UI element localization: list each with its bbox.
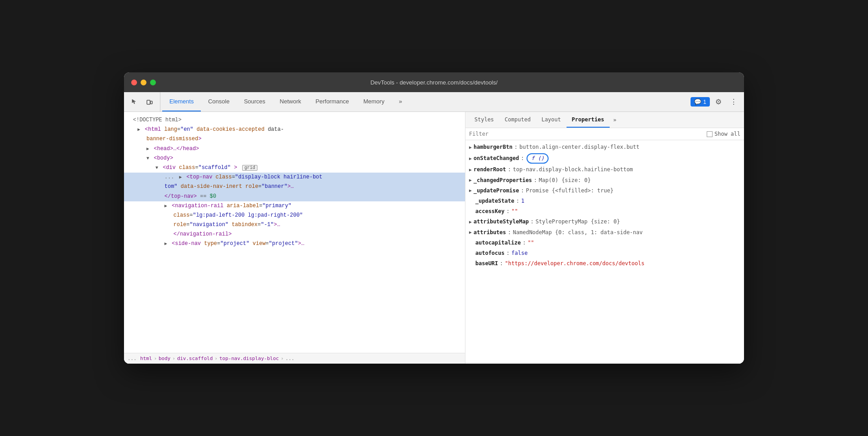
expand-scaffold-icon[interactable]: ▼	[155, 165, 158, 170]
toolbar-icons	[128, 92, 160, 111]
elements-panel: <!DOCTYPE html> ▶ <html lang="en" data-c…	[124, 112, 465, 364]
breadcrumb-scaffold[interactable]: div.scaffold	[177, 356, 213, 361]
chat-badge[interactable]: 💬 1	[691, 97, 710, 107]
expand-html-icon[interactable]: ▶	[137, 127, 140, 132]
styles-tab-more[interactable]: »	[610, 112, 620, 128]
tab-sources[interactable]: Sources	[237, 92, 273, 111]
prop-updatePromise: ▶ _updatePromise : Promise {<fulfilled>:…	[465, 186, 744, 196]
styles-tabs: Styles Computed Layout Properties »	[465, 112, 744, 128]
expand-renderRoot-icon[interactable]: ▶	[469, 166, 472, 174]
breadcrumb-html[interactable]: html	[140, 356, 152, 361]
expand-sidenav-icon[interactable]: ▶	[164, 241, 167, 246]
breadcrumb-body[interactable]: body	[159, 356, 171, 361]
breadcrumb-dots: ...	[128, 356, 137, 361]
prop-autofocus: autofocus : false	[465, 248, 744, 258]
tab-performance[interactable]: Performance	[308, 92, 356, 111]
toolbar-right: 💬 1 ⚙ ⋮	[687, 92, 740, 111]
devtools-window: DevTools - developer.chrome.com/docs/dev…	[124, 72, 744, 364]
breadcrumb-topnav[interactable]: top-nav.display-bloc	[219, 356, 279, 361]
window-title: DevTools - developer.chrome.com/docs/dev…	[370, 79, 497, 86]
tab-layout[interactable]: Layout	[536, 112, 566, 128]
prop-accessKey: accessKey : ""	[465, 206, 744, 217]
dots-icon: ...	[164, 174, 174, 180]
html-line-body: ▼ <body>	[124, 154, 465, 163]
html-line-html: ▶ <html lang="en" data-cookies-accepted …	[124, 125, 465, 134]
properties-content: ▶ hamburgerBtn : button.align-center.dis…	[465, 140, 744, 364]
expand-updatePromise-icon[interactable]: ▶	[469, 187, 472, 194]
expand-topnav-icon[interactable]: ▶	[179, 175, 182, 180]
traffic-lights	[131, 80, 156, 85]
html-line-navrail: ▶ <navigation-rail aria-label="primary"	[124, 201, 465, 211]
inspect-icon[interactable]	[128, 95, 141, 109]
prop-updateState: _updateState : 1	[465, 196, 744, 206]
expand-onStateChanged-icon[interactable]: ▶	[469, 155, 472, 162]
filter-bar: Show all	[465, 128, 744, 140]
breadcrumb: ... html › body › div.scaffold › top-nav…	[124, 353, 465, 364]
devtools-main: <!DOCTYPE html> ▶ <html lang="en" data-c…	[124, 112, 744, 364]
filter-input[interactable]	[469, 131, 703, 137]
expand-changedProperties-icon[interactable]: ▶	[469, 177, 472, 184]
svg-rect-0	[147, 100, 150, 104]
tab-elements[interactable]: Elements	[162, 92, 201, 111]
prop-baseURI: baseURI : "https://developer.chrome.com/…	[465, 258, 744, 269]
html-line-html-cont: banner-dismissed>	[124, 134, 465, 144]
html-line-navrail-cont2: role="navigation" tabindex="-1">…	[124, 220, 465, 230]
devtools-toolbar: Elements Console Sources Network Perform…	[124, 92, 744, 112]
close-button[interactable]	[131, 80, 137, 85]
expand-hamburgerBtn-icon[interactable]: ▶	[469, 144, 472, 151]
breadcrumb-more: ...	[285, 356, 294, 361]
devtools-tabs: Elements Console Sources Network Perform…	[162, 92, 687, 111]
expand-body-icon[interactable]: ▼	[146, 156, 149, 161]
tab-properties[interactable]: Properties	[567, 112, 610, 128]
minimize-button[interactable]	[141, 80, 146, 85]
expand-attributes-icon[interactable]: ▶	[469, 229, 472, 236]
prop-autocapitalize: autocapitalize : ""	[465, 238, 744, 248]
maximize-button[interactable]	[150, 80, 156, 85]
prop-attributeStyleMap: ▶ attributeStyleMap : StylePropertyMap {…	[465, 217, 744, 227]
prop-onStateChanged: ▶ onStateChanged : f ()	[465, 152, 744, 165]
expand-attributeStyleMap-icon[interactable]: ▶	[469, 218, 472, 226]
tab-more[interactable]: »	[392, 92, 409, 111]
html-line-doctype: <!DOCTYPE html>	[124, 116, 465, 125]
html-line-topnav-close: </top-nav> == $0	[124, 192, 465, 201]
expand-navrail-icon[interactable]: ▶	[164, 204, 167, 209]
tab-network[interactable]: Network	[273, 92, 309, 111]
html-line-head: ▶ <head>…</head>	[124, 144, 465, 154]
tab-memory[interactable]: Memory	[356, 92, 392, 111]
grid-badge[interactable]: grid	[242, 165, 257, 171]
prop-hamburgerBtn: ▶ hamburgerBtn : button.align-center.dis…	[465, 142, 744, 152]
html-line-navrail-cont1: class="lg:pad-left-200 lg:pad-right-200"	[124, 211, 465, 220]
show-all-checkbox[interactable]	[707, 131, 713, 137]
show-all-label[interactable]: Show all	[707, 131, 740, 137]
tab-console[interactable]: Console	[201, 92, 237, 111]
titlebar: DevTools - developer.chrome.com/docs/dev…	[124, 72, 744, 92]
html-line-navrail-close: </navigation-rail>	[124, 230, 465, 239]
prop-changedProperties: ▶ _changedProperties : Map(0) {size: 0}	[465, 175, 744, 186]
prop-renderRoot: ▶ renderRoot : top-nav.display-block.hai…	[465, 165, 744, 175]
device-toggle-icon[interactable]	[143, 95, 156, 109]
settings-icon[interactable]: ⚙	[712, 95, 725, 109]
html-line-scaffold: ▼ <div class="scaffold" > grid	[124, 163, 465, 173]
styles-panel: Styles Computed Layout Properties »	[465, 112, 744, 364]
tab-computed[interactable]: Computed	[499, 112, 536, 128]
tab-styles[interactable]: Styles	[469, 112, 499, 128]
more-options-icon[interactable]: ⋮	[727, 95, 740, 109]
svg-rect-1	[151, 101, 152, 104]
prop-attributes: ▶ attributes : NamedNodeMap {0: class, 1…	[465, 227, 744, 238]
elements-content: <!DOCTYPE html> ▶ <html lang="en" data-c…	[124, 112, 465, 353]
html-line-topnav[interactable]: ... ▶ <top-nav class="display-block hair…	[124, 173, 465, 182]
expand-head-icon[interactable]: ▶	[146, 147, 149, 151]
html-line-topnav-cont: tom" data-side-nav-inert role="banner">…	[124, 182, 465, 191]
html-line-sidenav: ▶ <side-nav type="project" view="project…	[124, 239, 465, 249]
